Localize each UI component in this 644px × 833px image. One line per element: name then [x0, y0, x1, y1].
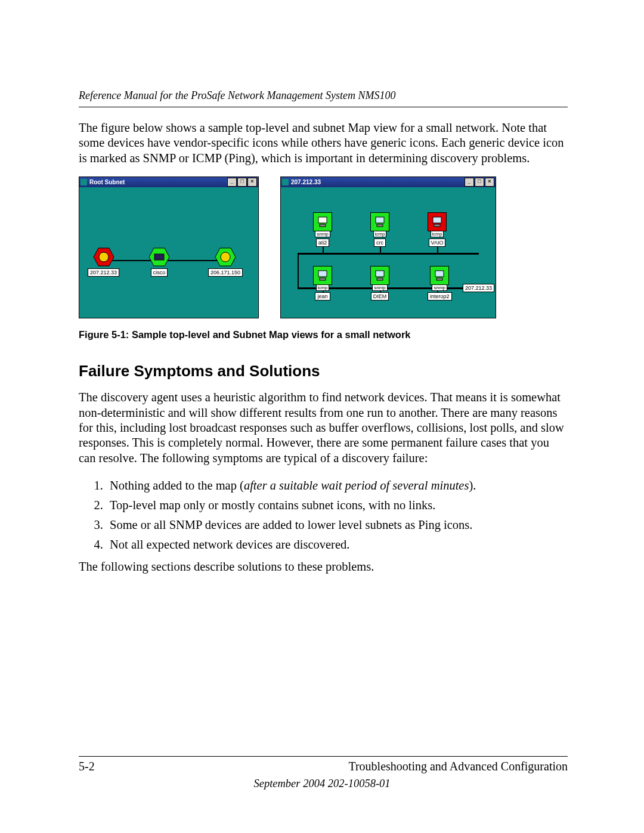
svg-rect-16 — [435, 271, 444, 277]
device-icon — [370, 266, 389, 285]
protocol-tag: snmp — [315, 231, 330, 237]
list-item: Nothing added to the map (after a suitab… — [106, 476, 568, 495]
node-label: 207.212.33 — [88, 268, 119, 277]
section-heading: Failure Symptoms and Solutions — [79, 362, 568, 380]
maximize-button[interactable]: □ — [475, 178, 484, 187]
bus-drop — [298, 253, 299, 289]
svg-point-5 — [221, 252, 230, 262]
hexagon-icon — [92, 247, 115, 267]
device-node[interactable]: icmp jean — [313, 266, 332, 301]
footer-row: 5-2 Troubleshooting and Advanced Configu… — [79, 760, 568, 773]
svg-rect-15 — [377, 278, 383, 280]
svg-rect-8 — [376, 217, 384, 223]
app-icon — [282, 179, 289, 185]
maximize-button[interactable]: □ — [237, 178, 247, 187]
svg-rect-17 — [436, 278, 442, 280]
svg-rect-14 — [376, 271, 384, 277]
figure-row: Root Subnet _ □ × 207.212.33 — [79, 176, 568, 318]
titlebar-right: 207.212.33 _ □ × — [281, 177, 496, 187]
subnet-detail-window: 207.212.33 _ □ × — [280, 176, 496, 318]
running-header: Reference Manual for the ProSafe Network… — [79, 89, 568, 102]
protocol-tag: icmp — [373, 231, 387, 237]
device-name: VAIO — [429, 239, 446, 247]
list-text: ). — [469, 479, 476, 492]
app-icon — [80, 179, 87, 185]
side-subnet-label: 207.212.33 — [463, 284, 494, 292]
device-node[interactable]: snmp ati2 — [313, 212, 332, 247]
device-node[interactable]: icmp crc — [370, 212, 389, 247]
symptom-list: Nothing added to the map (after a suitab… — [79, 476, 568, 553]
device-node[interactable]: snmp DIEM — [370, 266, 389, 301]
device-name: interop2 — [428, 292, 452, 301]
close-button[interactable]: × — [247, 178, 257, 187]
hexagon-icon — [214, 247, 237, 267]
router-node[interactable]: cisco — [148, 247, 171, 277]
device-name: crc — [374, 239, 386, 247]
subnet-node[interactable]: 206.171.150 — [208, 247, 243, 277]
svg-rect-9 — [377, 224, 383, 227]
svg-rect-13 — [320, 278, 326, 280]
svg-rect-7 — [320, 224, 326, 227]
device-icon — [428, 212, 447, 231]
minimize-button[interactable]: _ — [227, 178, 237, 187]
intro-paragraph: The figure below shows a sample top-leve… — [79, 120, 568, 166]
minimize-button[interactable]: _ — [465, 178, 474, 187]
protocol-tag: icmp — [431, 231, 444, 237]
section-paragraph: The discovery agent uses a heuristic alg… — [79, 390, 568, 466]
svg-point-1 — [99, 252, 109, 262]
close-button[interactable]: × — [485, 178, 494, 187]
protocol-tag: snmp — [432, 284, 447, 291]
map-area-right: snmp ati2 icmp crc icmp VAIO icmp — [281, 187, 496, 318]
svg-rect-11 — [434, 224, 440, 227]
device-icon — [313, 266, 332, 285]
protocol-tag: icmp — [316, 284, 330, 291]
node-label: 206.171.150 — [208, 268, 243, 277]
chapter-name: Troubleshooting and Advanced Configurati… — [348, 760, 568, 773]
list-item: Some or all SNMP devices are added to lo… — [106, 516, 568, 534]
svg-rect-12 — [318, 271, 327, 277]
node-label: cisco — [151, 268, 168, 277]
device-node[interactable]: snmp interop2 — [428, 266, 452, 301]
page-number: 5-2 — [79, 760, 95, 773]
device-name: jean — [315, 292, 330, 301]
device-node[interactable]: icmp VAIO — [428, 212, 447, 247]
figure-caption: Figure 5-1: Sample top-level and Subnet … — [79, 329, 568, 340]
header-rule — [79, 107, 568, 107]
footer-date: September 2004 202-10058-01 — [0, 778, 644, 790]
titlebar-left: Root Subnet _ □ × — [79, 177, 258, 187]
device-name: DIEM — [371, 292, 389, 301]
window-title: Root Subnet — [89, 179, 125, 185]
root-subnet-window: Root Subnet _ □ × 207.212.33 — [79, 176, 259, 318]
window-title: 207.212.33 — [291, 179, 321, 185]
protocol-tag: snmp — [372, 284, 388, 291]
svg-rect-3 — [154, 254, 164, 260]
list-item: Top-level map only or mostly contains su… — [106, 496, 568, 515]
device-icon — [430, 266, 449, 285]
device-icon — [370, 212, 389, 231]
device-icon — [313, 212, 332, 231]
network-bus — [298, 253, 479, 255]
device-name: ati2 — [316, 239, 330, 247]
list-text-italic: after a suitable wait period of several … — [244, 479, 469, 492]
list-item: Not all expected network devices are dis… — [106, 535, 568, 554]
subnet-node[interactable]: 207.212.33 — [88, 247, 119, 277]
list-text: Nothing added to the map ( — [110, 479, 244, 492]
svg-rect-6 — [318, 217, 327, 223]
footer-rule — [79, 756, 568, 757]
map-area-left: 207.212.33 cisco 206.171.150 — [79, 187, 258, 318]
svg-rect-10 — [433, 217, 441, 223]
closing-paragraph: The following sections describe solution… — [79, 559, 568, 574]
hexagon-icon — [148, 247, 171, 267]
